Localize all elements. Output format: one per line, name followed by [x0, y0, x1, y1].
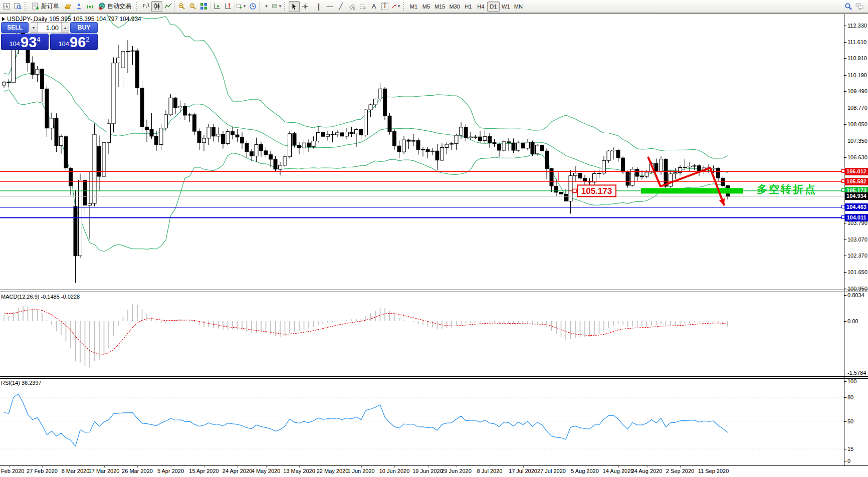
- candle[interactable]: [607, 151, 610, 160]
- candle[interactable]: [436, 151, 439, 160]
- candle[interactable]: [698, 166, 701, 171]
- candle[interactable]: [64, 137, 68, 168]
- candle[interactable]: [231, 132, 235, 135]
- candle[interactable]: [207, 127, 210, 138]
- candle[interactable]: [583, 178, 587, 181]
- vertical-line-tool-button[interactable]: |: [313, 1, 324, 12]
- candle[interactable]: [416, 141, 420, 150]
- candle[interactable]: [612, 150, 615, 151]
- timeframe-button-w1[interactable]: W1: [500, 2, 512, 12]
- candle[interactable]: [502, 142, 506, 150]
- candle[interactable]: [60, 137, 63, 146]
- candle[interactable]: [388, 116, 391, 131]
- candle[interactable]: [645, 172, 648, 176]
- candle[interactable]: [36, 69, 39, 75]
- candle[interactable]: [455, 135, 458, 144]
- candle[interactable]: [669, 174, 673, 186]
- candle[interactable]: [236, 135, 239, 137]
- timeframe-button-h1[interactable]: H1: [462, 2, 475, 12]
- candle[interactable]: [216, 134, 220, 136]
- pane-splitter[interactable]: [0, 290, 868, 290]
- candle[interactable]: [174, 98, 177, 108]
- candle[interactable]: [350, 132, 353, 134]
- level-anchor-square[interactable]: [841, 188, 845, 192]
- candle[interactable]: [578, 173, 582, 178]
- search-button[interactable]: [843, 1, 854, 12]
- candle[interactable]: [364, 110, 368, 135]
- candle[interactable]: [26, 50, 30, 63]
- candle[interactable]: [426, 149, 429, 152]
- candle[interactable]: [222, 134, 225, 144]
- candle[interactable]: [274, 159, 277, 169]
- candle[interactable]: [74, 206, 77, 256]
- sell-button[interactable]: SELL: [1, 22, 29, 33]
- candle[interactable]: [183, 106, 187, 115]
- candle[interactable]: [112, 63, 115, 124]
- candle[interactable]: [331, 134, 334, 135]
- new-chart-window-button[interactable]: [1, 1, 12, 12]
- candle[interactable]: [212, 127, 215, 136]
- candle[interactable]: [397, 146, 401, 152]
- candle[interactable]: [150, 130, 153, 136]
- candle[interactable]: [564, 194, 568, 201]
- candle[interactable]: [336, 133, 339, 135]
- candle[interactable]: [569, 176, 572, 201]
- candle[interactable]: [12, 48, 16, 83]
- candle[interactable]: [50, 118, 54, 128]
- candle[interactable]: [512, 143, 515, 150]
- pane-splitter[interactable]: [0, 292, 868, 292]
- candle[interactable]: [255, 144, 258, 156]
- timeframe-button-m5[interactable]: M5: [420, 2, 432, 12]
- timeframe-button-m15[interactable]: M15: [432, 2, 447, 12]
- chat-button[interactable]: [854, 1, 865, 12]
- candle[interactable]: [345, 132, 349, 136]
- candle[interactable]: [464, 127, 468, 138]
- candle[interactable]: [531, 142, 534, 154]
- candle[interactable]: [378, 89, 382, 99]
- candle[interactable]: [312, 141, 315, 147]
- candle[interactable]: [616, 150, 620, 158]
- callout-anchor[interactable]: [573, 189, 576, 192]
- candle[interactable]: [574, 173, 577, 176]
- candle[interactable]: [3, 82, 6, 85]
- candle[interactable]: [169, 98, 172, 115]
- candle[interactable]: [507, 142, 511, 143]
- candle[interactable]: [621, 158, 625, 172]
- sell-price-box[interactable]: 104 93 4: [1, 34, 49, 50]
- candle[interactable]: [402, 140, 406, 152]
- templates-button[interactable]: ▼: [272, 1, 283, 12]
- buy-price-box[interactable]: 104 96 2: [50, 34, 98, 50]
- timeframe-button-h4[interactable]: H4: [475, 2, 487, 12]
- publisher-button[interactable]: [73, 1, 84, 12]
- candle[interactable]: [536, 145, 539, 154]
- timeframe-button-mn[interactable]: MN: [512, 2, 525, 12]
- candle[interactable]: [674, 173, 677, 174]
- candle[interactable]: [55, 118, 58, 146]
- level-anchor-square[interactable]: [841, 169, 845, 173]
- pane-splitter[interactable]: [0, 378, 868, 379]
- candle[interactable]: [540, 145, 544, 151]
- candle[interactable]: [441, 147, 444, 160]
- candle[interactable]: [655, 163, 658, 172]
- rsi-pane-canvas[interactable]: [0, 379, 844, 465]
- candle[interactable]: [664, 159, 668, 186]
- candle[interactable]: [302, 143, 306, 148]
- fibonacci-tool-button[interactable]: F: [357, 1, 368, 12]
- candle[interactable]: [597, 173, 601, 174]
- horizontal-line-tool-button[interactable]: —: [324, 1, 335, 12]
- candle[interactable]: [126, 51, 130, 52]
- candle[interactable]: [202, 138, 206, 143]
- candle[interactable]: [131, 51, 134, 51]
- main-chart-can[interactable]: 105.173多空转折点: [0, 14, 844, 290]
- tile-windows-button[interactable]: [198, 1, 209, 12]
- candle[interactable]: [178, 106, 182, 108]
- arrows-tool-button[interactable]: ▼: [390, 1, 401, 12]
- candle[interactable]: [164, 115, 168, 128]
- auto-scroll-button[interactable]: [211, 1, 223, 12]
- candle[interactable]: [283, 157, 287, 165]
- candle[interactable]: [293, 134, 296, 145]
- candle[interactable]: [626, 172, 629, 185]
- candle[interactable]: [445, 144, 449, 148]
- candle[interactable]: [136, 51, 139, 88]
- chart-shift-button[interactable]: [223, 1, 234, 12]
